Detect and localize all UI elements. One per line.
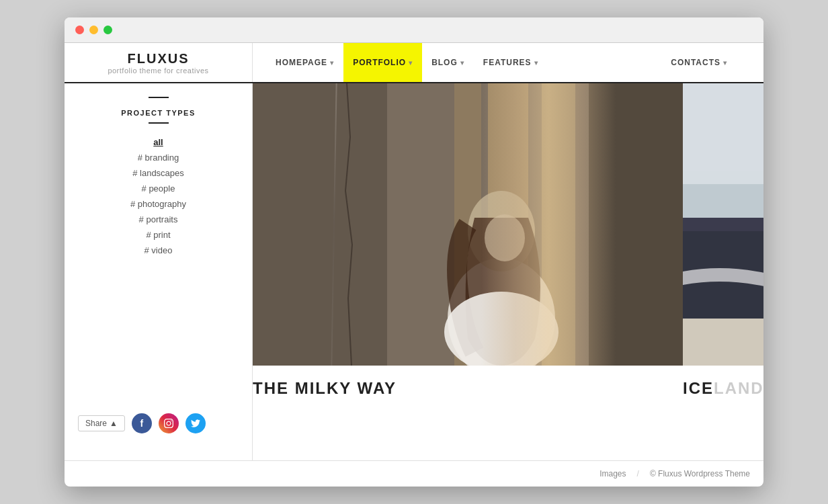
site-title: FLUXUS xyxy=(128,51,190,67)
maximize-button[interactable] xyxy=(104,26,112,34)
nav-item-homepage[interactable]: HOMEPAGE ▾ xyxy=(266,43,343,82)
footer-bar: Images / © Fluxus Wordpress Theme xyxy=(65,460,763,487)
browser-titlebar xyxy=(65,17,763,43)
svg-rect-4 xyxy=(542,83,575,366)
minimize-button[interactable] xyxy=(89,26,98,34)
filter-portraits[interactable]: # portraits xyxy=(78,212,239,227)
nav-item-contacts[interactable]: CONTACTS ▾ xyxy=(661,43,737,82)
filter-print[interactable]: # print xyxy=(78,227,239,243)
divider2 xyxy=(149,122,169,124)
footer-images-label: Images xyxy=(599,469,626,478)
svg-rect-1 xyxy=(253,83,387,366)
twitter-icon[interactable] xyxy=(185,413,206,433)
project-types-label: PROJECT TYPES xyxy=(78,109,239,117)
portfolio-titles: THE MILKY WAY xyxy=(253,366,683,398)
chevron-down-icon: ▾ xyxy=(460,59,464,67)
site-subtitle: portfolio theme for creatives xyxy=(108,67,208,75)
top-nav: FLUXUS portfolio theme for creatives HOM… xyxy=(65,43,763,83)
nav-item-portfolio[interactable]: PORTFOLIO ▾ xyxy=(343,43,422,82)
nav-links: HOMEPAGE ▾ PORTFOLIO ▾ BLOG ▾ FEATURES ▾… xyxy=(253,43,763,82)
browser-window: FLUXUS portfolio theme for creatives HOM… xyxy=(65,17,763,487)
main-content: PROJECT TYPES all # branding # landscape… xyxy=(65,83,763,460)
chevron-down-icon: ▾ xyxy=(534,59,538,67)
filter-people[interactable]: # people xyxy=(78,181,239,196)
filter-landscapes[interactable]: # landscapes xyxy=(78,165,239,181)
svg-rect-2 xyxy=(589,83,683,366)
project-title-milkyway[interactable]: THE MILKY WAY xyxy=(253,379,397,397)
browser-body: FLUXUS portfolio theme for creatives HOM… xyxy=(65,43,763,487)
close-button[interactable] xyxy=(75,26,84,34)
nav-item-blog[interactable]: BLOG ▾ xyxy=(422,43,474,82)
chevron-up-icon: ▲ xyxy=(110,419,118,428)
sidebar-bottom: Share ▲ f xyxy=(65,400,252,447)
svg-point-8 xyxy=(485,214,525,261)
share-button[interactable]: Share ▲ xyxy=(78,415,125,431)
facebook-icon[interactable]: f xyxy=(132,413,152,433)
portfolio-title-main: THE MILKY WAY xyxy=(253,379,683,398)
sidebar-top: PROJECT TYPES all # branding # landscape… xyxy=(65,97,252,258)
project-title-iceland[interactable]: ICELAND xyxy=(683,379,763,397)
chevron-down-icon: ▾ xyxy=(330,59,334,67)
divider xyxy=(149,97,169,98)
svg-rect-3 xyxy=(488,83,528,366)
footer-separator: / xyxy=(637,469,639,478)
chevron-down-icon: ▾ xyxy=(409,59,413,67)
nav-item-features[interactable]: FEATURES ▾ xyxy=(474,43,548,82)
svg-rect-14 xyxy=(683,319,763,366)
portfolio-grid: THE MILKY WAY xyxy=(253,83,763,460)
filter-video[interactable]: # video xyxy=(78,243,239,258)
filter-list: all # branding # landscapes # people # p xyxy=(78,134,239,258)
filter-branding[interactable]: # branding xyxy=(78,150,239,165)
instagram-icon[interactable] xyxy=(159,413,179,433)
filter-all[interactable]: all xyxy=(78,134,239,150)
share-bar: Share ▲ f xyxy=(78,413,239,433)
portfolio-item-iceland[interactable] xyxy=(683,83,763,366)
filter-photography[interactable]: # photography xyxy=(78,196,239,212)
sidebar: PROJECT TYPES all # branding # landscape… xyxy=(65,83,253,460)
footer-copyright: © Fluxus Wordpress Theme xyxy=(650,469,750,478)
portfolio-item-milkyway[interactable] xyxy=(253,83,683,366)
site-brand: FLUXUS portfolio theme for creatives xyxy=(65,43,253,82)
portfolio-area: THE MILKY WAY xyxy=(253,83,763,460)
chevron-down-icon: ▾ xyxy=(723,59,727,67)
